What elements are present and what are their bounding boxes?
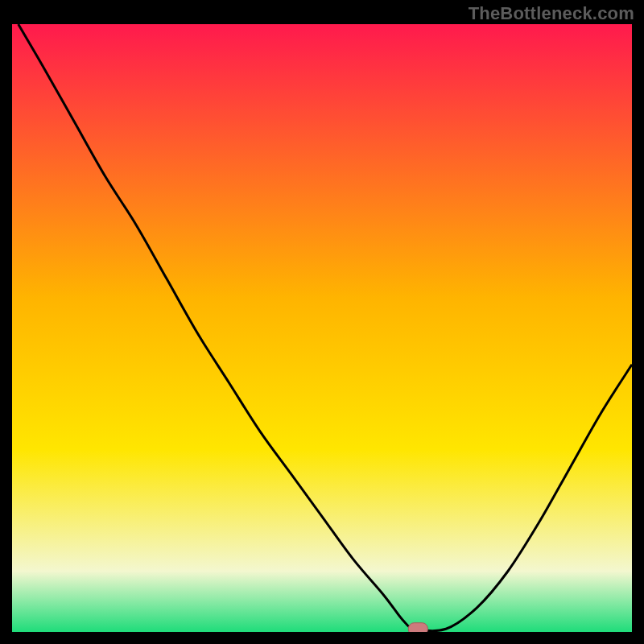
bottleneck-chart	[12, 24, 632, 632]
optimal-point-marker	[408, 623, 427, 632]
chart-frame: { "watermark": "TheBottleneck.com", "col…	[0, 0, 644, 644]
watermark-text: TheBottleneck.com	[469, 3, 634, 24]
gradient-background	[12, 24, 632, 632]
